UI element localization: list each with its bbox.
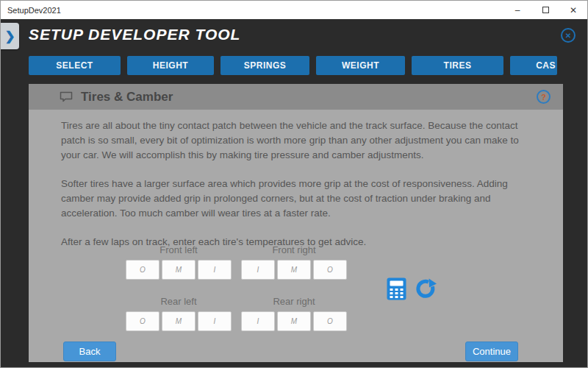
reset-button[interactable] <box>415 277 437 303</box>
tire-group-rear-right: Rear right <box>241 296 347 331</box>
tire-input-front-right-outer[interactable] <box>313 260 347 280</box>
question-mark-icon: ? <box>541 93 546 102</box>
tire-input-rear-right-outer[interactable] <box>313 311 347 331</box>
calculate-button[interactable] <box>387 277 406 303</box>
tire-input-front-left-outer[interactable] <box>126 260 159 280</box>
panel-title: Tires & Camber <box>81 90 173 105</box>
tire-input-rear-right-inner[interactable] <box>241 311 275 331</box>
app-header: ❯ SETUP DEVELOPER TOOL ✕ <box>1 19 587 53</box>
sidebar-expand-button[interactable]: ❯ <box>1 23 19 49</box>
tire-group-label: Rear right <box>241 296 347 307</box>
minimize-button[interactable]: – <box>503 1 531 19</box>
app-window: SetupDev2021 – ✕ ❯ SETUP DEVELOPER TOOL … <box>0 0 588 368</box>
close-session-button[interactable]: ✕ <box>561 28 576 43</box>
window-title: SetupDev2021 <box>1 6 61 15</box>
tab-cas[interactable]: CAS <box>510 56 557 75</box>
app-title: SETUP DEVELOPER TOOL <box>29 26 240 43</box>
panel-body: Tires are all about the tiny contact pat… <box>29 110 563 362</box>
panel-header: Tires & Camber ? <box>29 84 563 110</box>
tab-select[interactable]: SELECT <box>29 56 121 75</box>
calculator-icon <box>387 277 406 300</box>
continue-button[interactable]: Continue <box>465 342 518 361</box>
maximize-icon <box>542 7 549 13</box>
tire-input-front-left-inner[interactable] <box>198 260 232 280</box>
tire-input-rear-left-outer[interactable] <box>126 311 159 331</box>
tire-input-front-right-middle[interactable] <box>277 260 311 280</box>
intro-paragraph-1: Tires are all about the tiny contact pat… <box>61 118 532 163</box>
tab-tires[interactable]: TIRES <box>412 56 503 75</box>
tire-group-label: Rear left <box>126 296 232 307</box>
close-icon: ✕ <box>565 32 571 40</box>
titlebar: SetupDev2021 – ✕ <box>1 1 587 19</box>
tab-weight[interactable]: WEIGHT <box>316 56 405 75</box>
tab-springs[interactable]: SPRINGS <box>220 56 309 75</box>
tire-group-label: Front right <box>241 244 347 255</box>
tire-input-rear-right-middle[interactable] <box>277 311 311 331</box>
description-text: Tires are all about the tiny contact pat… <box>29 110 563 250</box>
comment-bubble-icon <box>60 91 73 102</box>
nav-tabs: SELECT HEIGHT SPRINGS WEIGHT TIRES CAS <box>29 56 587 75</box>
tire-group-label: Front left <box>126 244 232 255</box>
tire-input-front-right-inner[interactable] <box>241 260 275 280</box>
maximize-button[interactable] <box>531 1 559 19</box>
tire-group-front-right: Front right <box>241 244 347 280</box>
tire-input-rear-left-middle[interactable] <box>162 311 196 331</box>
tires-camber-panel: Tires & Camber ? Tires are all about the… <box>29 84 563 362</box>
tab-height[interactable]: HEIGHT <box>127 56 214 75</box>
back-button[interactable]: Back <box>63 342 116 361</box>
tire-input-front-left-middle[interactable] <box>162 260 196 280</box>
help-button[interactable]: ? <box>537 90 551 104</box>
window-controls: – ✕ <box>503 1 587 19</box>
close-button[interactable]: ✕ <box>559 1 587 19</box>
tire-group-front-left: Front left <box>126 244 232 280</box>
intro-paragraph-2: Softer tires have a larger surface area … <box>61 177 532 221</box>
tire-group-rear-left: Rear left <box>126 296 232 331</box>
tire-input-rear-left-inner[interactable] <box>198 311 232 331</box>
chevron-right-icon: ❯ <box>4 29 15 44</box>
refresh-icon <box>415 277 437 300</box>
